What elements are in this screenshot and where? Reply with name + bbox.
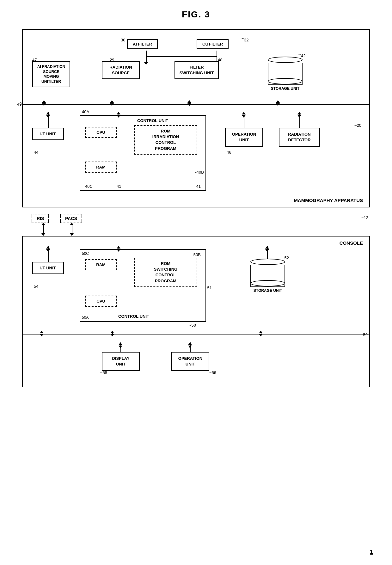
ref-40a: 40A xyxy=(82,109,89,114)
bus-line-bottom: ~59 xyxy=(23,330,369,339)
ram-top: RAM xyxy=(85,162,117,173)
ai-radiation-box: AI FRADIATION SOURCE MOVING UNITILTER xyxy=(32,61,70,87)
ref-30: 30 xyxy=(121,38,125,42)
storage-unit-bottom: STORAGE UNIT xyxy=(250,259,285,293)
cpu-bottom: CPU xyxy=(85,296,117,307)
ref-46: 46 xyxy=(227,150,231,155)
ref-44: 44 xyxy=(34,150,38,155)
ref-29: 29 xyxy=(110,58,114,62)
ref-50b-label: -50B xyxy=(192,252,201,257)
control-unit-top-label: CONTROL UNIT xyxy=(137,118,168,123)
filter-switching-box: FILTER SWITCHING UNIT xyxy=(175,61,219,79)
ref-56: ~56 xyxy=(209,370,216,375)
if-unit-bottom: I/F UNIT xyxy=(32,262,64,274)
operation-unit-top: OPERATION UNIT xyxy=(225,128,263,147)
ris-box: RIS xyxy=(32,214,49,223)
radiation-detector-box: RADIATION DETECTOR xyxy=(279,128,320,147)
control-unit-bottom-box: CONTROL UNIT ~50 -50B RAM 50C CPU 50A RO… xyxy=(80,249,206,322)
ref-40c: 40C xyxy=(85,184,93,189)
ref-52: ~52 xyxy=(282,255,289,260)
ref-41: 41 xyxy=(117,184,121,189)
ref-50c: 50C xyxy=(82,251,89,256)
if-unit-top: I/F UNIT xyxy=(32,128,64,140)
ref-47: 47 xyxy=(32,58,37,62)
control-unit-top-box: CONTROL UNIT 40A CPU 40C RAM 41 ROM IRRA… xyxy=(80,115,206,191)
ref-40: 41 xyxy=(196,184,201,189)
ref-51: 51 xyxy=(207,286,212,290)
figure-title: FIG. 3 xyxy=(13,9,379,20)
bus-line-top: 49 ~ xyxy=(23,99,369,109)
ref-50: ~50 xyxy=(189,323,196,328)
ref-54: 54 xyxy=(34,284,38,289)
figure-number: 1 xyxy=(370,549,373,556)
console-label: CONSOLE xyxy=(340,240,363,246)
display-unit-box: DISPLAY UNIT xyxy=(102,352,140,371)
ref-58: ~58 xyxy=(100,370,107,375)
pacs-box: PACS xyxy=(60,214,82,223)
ref-20: ~20 xyxy=(354,123,361,128)
operation-unit-bottom-box: OPERATION UNIT xyxy=(171,352,209,371)
ref-32: 32 xyxy=(244,38,248,42)
ref-50a: 50A xyxy=(82,315,89,320)
control-unit-bottom-label: CONTROL UNIT xyxy=(118,314,149,319)
rom-top: ROM IRRADIATION CONTROL PROGRAM xyxy=(134,125,197,155)
ref-12: ~12 xyxy=(361,215,368,220)
ref-40b: -40B xyxy=(195,170,204,175)
cpu-top: CPU xyxy=(85,127,117,138)
ai-filter-box: AI FILTER xyxy=(127,39,158,49)
ref-42: 42 xyxy=(301,53,305,58)
ref-59: ~59 xyxy=(361,332,368,337)
storage-unit-top: STORAGE UNIT xyxy=(268,57,303,91)
rom-bottom: ROM SWITCHING CONTROL PROGRAM xyxy=(134,258,197,287)
ref-48: 48 xyxy=(218,58,222,62)
radiation-source-box: RADIATION SOURCE xyxy=(102,61,140,79)
cu-filter-box: Cu FILTER xyxy=(197,39,229,49)
ram-bottom: RAM xyxy=(85,259,117,270)
